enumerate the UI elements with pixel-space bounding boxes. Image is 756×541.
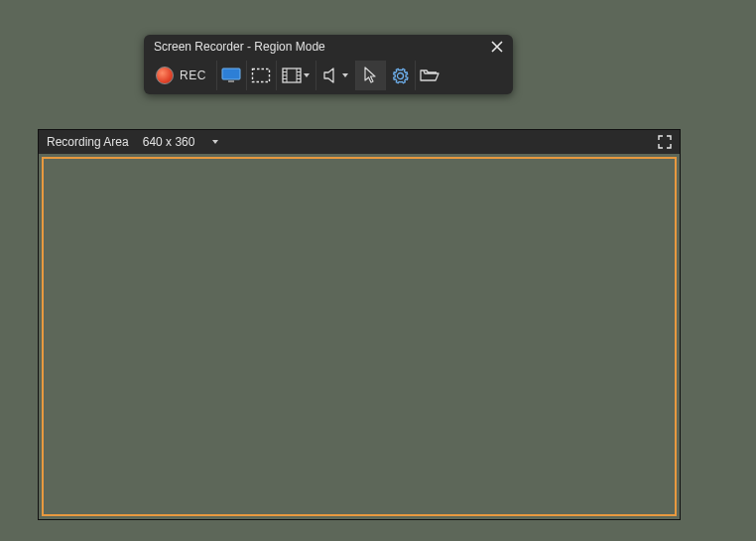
svg-rect-2 xyxy=(253,69,270,82)
chevron-down-icon xyxy=(304,73,310,77)
region-mode-button[interactable] xyxy=(246,61,276,90)
toolbar-buttons: REC xyxy=(144,59,513,94)
svg-rect-0 xyxy=(222,68,240,79)
dimensions-dropdown[interactable]: 640 x 360 xyxy=(143,135,219,149)
dimensions-value: 640 x 360 xyxy=(143,135,195,149)
monitor-icon xyxy=(221,68,241,83)
recorder-toolbar-window: Screen Recorder - Region Mode REC xyxy=(144,35,513,94)
close-icon xyxy=(491,41,503,53)
video-options-button[interactable] xyxy=(276,61,315,90)
record-button[interactable]: REC xyxy=(152,61,216,90)
close-button[interactable] xyxy=(487,37,507,57)
settings-button[interactable] xyxy=(385,61,415,90)
audio-options-button[interactable] xyxy=(315,61,355,90)
chevron-down-icon xyxy=(212,140,218,144)
chevron-down-icon xyxy=(342,73,348,77)
speaker-icon xyxy=(322,68,340,83)
svg-rect-1 xyxy=(228,80,234,82)
record-icon xyxy=(156,67,174,84)
folder-open-icon xyxy=(420,68,440,83)
expand-icon xyxy=(658,135,672,149)
recording-area-label: Recording Area xyxy=(47,135,129,149)
fullscreen-toggle-button[interactable] xyxy=(656,133,674,151)
cursor-icon xyxy=(362,67,378,84)
gear-icon xyxy=(391,67,410,85)
recording-region-panel[interactable]: Recording Area 640 x 360 xyxy=(38,129,681,520)
film-icon xyxy=(282,68,302,83)
region-select-icon xyxy=(251,68,271,83)
window-title: Screen Recorder - Region Mode xyxy=(154,40,487,54)
record-label: REC xyxy=(180,68,206,82)
fullscreen-mode-button[interactable] xyxy=(216,61,246,90)
region-header: Recording Area 640 x 360 xyxy=(39,130,680,154)
cursor-capture-button[interactable] xyxy=(355,61,385,90)
capture-region-frame[interactable] xyxy=(42,157,677,516)
titlebar[interactable]: Screen Recorder - Region Mode xyxy=(144,35,513,59)
open-folder-button[interactable] xyxy=(415,61,444,90)
